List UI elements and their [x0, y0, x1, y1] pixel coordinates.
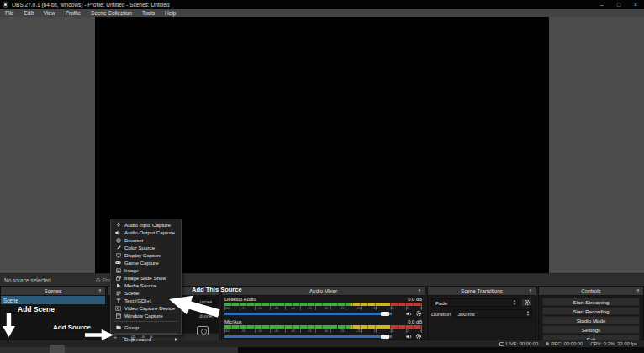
- menu-item-label: Game Capture: [124, 260, 159, 266]
- transitions-panel-header[interactable]: Scene Transitions: [428, 287, 536, 296]
- menu-item-media-source[interactable]: Media Source: [111, 282, 181, 289]
- menu-item-image[interactable]: Image: [111, 266, 181, 274]
- menu-edit[interactable]: Edit: [18, 9, 38, 17]
- status-bar: LIVE: 00:00:00 REC: 00:00:00 CPU: 0.2%, …: [0, 340, 644, 347]
- speaker-icon[interactable]: [405, 333, 413, 340]
- speaker-icon: [115, 229, 121, 235]
- menu-item-deprecated[interactable]: Deprecated: [111, 335, 181, 343]
- folder-icon: [115, 324, 121, 330]
- mixer-panel-header[interactable]: Audio Mixer: [222, 287, 425, 296]
- speaker-icon[interactable]: [405, 310, 413, 317]
- channel-name: Mic/Aux: [224, 319, 242, 325]
- gamepad-icon: [115, 260, 121, 266]
- menu-item-window-capture[interactable]: Window Capture: [111, 312, 181, 319]
- menu-tools[interactable]: Tools: [137, 9, 160, 17]
- list-icon: [115, 290, 121, 296]
- image-icon: [115, 267, 121, 273]
- menu-item-label: Browser: [124, 237, 144, 243]
- menu-profile[interactable]: Profile: [61, 9, 86, 17]
- duration-input[interactable]: 300 ms ▲▼: [453, 309, 532, 318]
- window-controls: – □ ×: [594, 0, 644, 9]
- gear-icon: [95, 277, 101, 283]
- menu-item-image-slide-show[interactable]: Image Slide Show: [111, 274, 181, 282]
- menu-item-browser[interactable]: Browser: [111, 236, 181, 244]
- scene-transitions-panel: Scene Transitions Fade ▲▼ Duration 300 m…: [427, 286, 536, 340]
- dock-area: Scenes Scene + − ∧ ∨ urces. ow, d one.: [0, 286, 644, 340]
- menu-help[interactable]: Help: [160, 9, 181, 17]
- taskbar-fragment: [0, 347, 238, 353]
- audio-mixer-panel: Audio Mixer Desktop Audio 0.0 dB -60-55-…: [221, 286, 425, 340]
- taskbar-tab: [50, 345, 65, 353]
- blank-icon: [115, 336, 121, 342]
- menu-item-video-capture-device[interactable]: Video Capture Device: [111, 304, 181, 312]
- close-button[interactable]: ×: [627, 0, 644, 9]
- menu-item-label: Scene: [124, 290, 140, 296]
- menu-item-group[interactable]: Group: [111, 324, 181, 331]
- menu-item-display-capture[interactable]: Display Capture: [111, 251, 181, 259]
- network-status-icon: [499, 342, 504, 346]
- placeholder-fragment: urces.: [200, 299, 214, 304]
- menu-item-label: Audio Output Capture: [124, 229, 175, 235]
- menu-item-label: Color Source: [124, 245, 155, 250]
- minimize-button[interactable]: –: [594, 0, 610, 9]
- mixer-panel-title: Audio Mixer: [309, 288, 337, 294]
- microphone-icon: [115, 222, 121, 228]
- rec-dot-icon: [546, 342, 549, 345]
- scene-list-item[interactable]: Scene: [1, 296, 105, 304]
- title-bar: OBS 27.0.1 (64-bit, windows) - Profile: …: [0, 0, 644, 9]
- channel-name: Desktop Audio: [224, 297, 256, 303]
- start-recording-button[interactable]: Start Recording: [542, 307, 640, 315]
- transition-value: Fade: [435, 300, 447, 306]
- pin-icon[interactable]: [528, 288, 533, 293]
- channel-gear-icon[interactable]: [414, 310, 422, 317]
- mixer-channel-desktop-audio: Desktop Audio 0.0 dB -60-55-50-45-40-35-…: [222, 296, 425, 317]
- controls-panel-title: Controls: [581, 288, 600, 294]
- volume-slider[interactable]: [224, 333, 404, 340]
- source-toolbar-status: No source selected: [4, 277, 51, 283]
- transition-select[interactable]: Fade ▲▼: [431, 298, 519, 307]
- add-scene-annotation: Add Scene: [18, 305, 55, 313]
- menu-file[interactable]: File: [0, 9, 18, 17]
- menu-separator: [114, 321, 177, 322]
- window-title: OBS 27.0.1 (64-bit, windows) - Profile: …: [12, 2, 170, 8]
- duration-value: 300 ms: [457, 311, 474, 317]
- window-icon: [115, 313, 121, 319]
- start-streaming-button[interactable]: Start Streaming: [542, 298, 640, 306]
- menu-view[interactable]: View: [39, 9, 61, 17]
- mixer-channel-mic-aux: Mic/Aux 0.0 dB -60-55-50-45-40-35-30-25-…: [222, 319, 425, 340]
- menu-item-label: Audio Input Capture: [124, 222, 171, 228]
- spinner-arrows-icon[interactable]: ▲▼: [526, 310, 530, 317]
- text-icon: [115, 298, 121, 303]
- menu-item-label: Group: [124, 324, 139, 330]
- menu-item-scene[interactable]: Scene: [111, 289, 181, 297]
- pin-icon[interactable]: [417, 288, 422, 293]
- menu-item-label: Window Capture: [124, 313, 163, 319]
- submenu-arrow-icon: [175, 338, 177, 341]
- menu-bar: File Edit View Profile Scene Collection …: [0, 9, 644, 17]
- menu-item-text-gdi[interactable]: Text (GDI+): [111, 297, 181, 304]
- cpu-fps-stats: CPU: 0.2%, 30.00 fps: [590, 341, 637, 346]
- scenes-panel-header[interactable]: Scenes: [1, 287, 105, 296]
- menu-item-audio-input-capture[interactable]: Audio Input Capture: [111, 221, 181, 229]
- menu-item-label: Deprecated: [124, 336, 151, 342]
- maximize-button[interactable]: □: [610, 0, 627, 9]
- channel-db: 0.0 dB: [408, 297, 422, 303]
- menu-item-color-source[interactable]: Color Source: [111, 244, 181, 251]
- menu-scene-collection[interactable]: Scene Collection: [86, 9, 137, 17]
- menu-item-audio-output-capture[interactable]: Audio Output Capture: [111, 229, 181, 236]
- volume-slider[interactable]: [224, 310, 404, 317]
- controls-panel-header[interactable]: Controls: [539, 287, 643, 296]
- bottom-strip: [0, 347, 644, 353]
- studio-mode-button[interactable]: Studio Mode: [542, 316, 640, 324]
- globe-icon: [115, 237, 121, 243]
- pin-icon[interactable]: [636, 288, 641, 293]
- transition-gear-button[interactable]: [521, 298, 532, 307]
- settings-button[interactable]: Settings: [542, 325, 640, 334]
- channel-gear-icon[interactable]: [414, 333, 422, 340]
- source-toolbar: No source selected Properties: [0, 273, 644, 286]
- duration-label: Duration: [431, 311, 451, 317]
- menu-item-game-capture[interactable]: Game Capture: [111, 259, 181, 266]
- pin-icon[interactable]: [98, 288, 103, 293]
- menu-item-label: Image Slide Show: [124, 275, 166, 281]
- add-source-context-menu: Audio Input Capture Audio Output Capture…: [110, 219, 182, 335]
